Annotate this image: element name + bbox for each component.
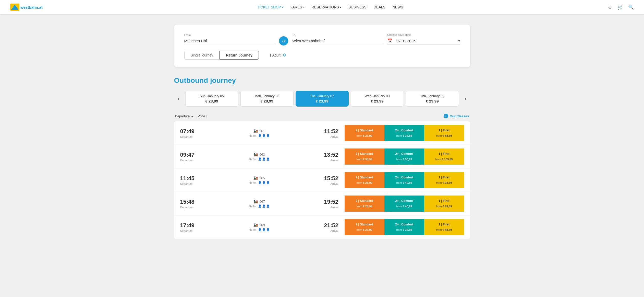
class-label: 2 | Standard	[348, 199, 381, 203]
arrival-time-0: 11:52	[303, 128, 338, 135]
departure-time-3: 15:48	[180, 199, 216, 205]
arrival-label-3: Arrival	[303, 206, 338, 209]
table-row: 15:48 Departure 🚂 967 4h 4m 👤 👤 👤	[174, 192, 470, 215]
class-label: 2 | Standard	[348, 176, 381, 179]
arrival-label-1: Arrival	[303, 159, 338, 162]
first-price-button-3[interactable]: 1 | First from € 93,89	[424, 196, 464, 212]
comfort-price-button-2[interactable]: 2+ | Comfort from € 40,89	[384, 172, 424, 188]
sort-options: Departure ▲ Price ℹ	[175, 114, 208, 118]
nav-deals[interactable]: DEALS	[374, 5, 385, 9]
to-label: To	[292, 33, 383, 37]
train-icon: 🚂	[253, 152, 258, 156]
passenger-icons: 👤 👤 👤	[258, 134, 270, 137]
arrival-time-2: 15:52	[303, 175, 338, 182]
class-label: 2 | Standard	[348, 152, 381, 156]
departure-label-3: Departure	[180, 206, 216, 209]
train-icon: 🚂	[253, 199, 258, 203]
date-card-3[interactable]: Wed, January 08 € 23,99	[351, 91, 404, 107]
day-label-4: Thu, January 09	[410, 94, 455, 98]
sort-row: Departure ▲ Price ℹ i Our Classes	[174, 114, 470, 118]
person-icon: 👤	[266, 204, 270, 208]
account-icon[interactable]: ☺	[608, 5, 612, 10]
table-row: 07:49 Departure 🚂 961 4h 3m 👤 👤 👤	[174, 121, 470, 145]
departure-time-0: 07:49	[180, 128, 216, 135]
first-price-button-4[interactable]: 1 | First from € 88,89	[424, 219, 464, 235]
date-card-1[interactable]: Mon, January 06 € 28,99	[240, 91, 294, 107]
price-label-0: € 23,99	[190, 99, 234, 103]
date-card-4[interactable]: Thu, January 09 € 23,99	[406, 91, 459, 107]
day-label-2: Tue, January 07	[300, 94, 344, 98]
comfort-price-button-1[interactable]: 2+ | Comfort from € 50,89	[384, 148, 424, 165]
header: westbahn.at TICKET SHOP ▾ FARES ▾ RESERV…	[0, 0, 644, 14]
price-label-1: € 28,99	[245, 99, 289, 103]
nav-news[interactable]: NEWS	[393, 5, 403, 9]
departure-time-4: 17:49	[180, 222, 216, 229]
passengers-button[interactable]: 1 Adult ⚙	[265, 51, 291, 60]
day-label-1: Mon, January 06	[245, 94, 289, 98]
nav-business[interactable]: BUSINESS	[348, 5, 367, 9]
standard-price-button-1[interactable]: 2 | Standard from € 38,99	[345, 148, 384, 165]
price-label-4: € 23,99	[410, 99, 455, 103]
table-row: 17:49 Departure 🚂 969 4h 3m 👤 👤 👤	[174, 215, 470, 239]
train-info-1: 🚂 963 4h 5m 👤 👤 👤	[216, 152, 303, 161]
table-row: 09:47 Departure 🚂 963 4h 5m 👤 👤 👤	[174, 145, 470, 168]
logo[interactable]: westbahn.at	[10, 4, 43, 11]
date-card-0[interactable]: Sun, January 05 € 23,99	[185, 91, 238, 107]
train-info-2: 🚂 965 4h 7m 👤 👤 👤	[216, 176, 303, 184]
next-date-button[interactable]: ›	[461, 94, 470, 103]
chevron-down-icon: ▾	[303, 6, 305, 9]
nav-reservations[interactable]: RESERVATIONS ▾	[312, 5, 341, 9]
class-label: 1 | First	[427, 223, 461, 226]
chevron-down-icon: ▾	[282, 6, 283, 9]
search-icon[interactable]: 🔍	[628, 4, 634, 10]
first-price-button-2[interactable]: 1 | First from € 93,89	[424, 172, 464, 188]
comfort-price-button-0[interactable]: 2+ | Comfort from € 35,89	[384, 125, 424, 141]
date-card-2[interactable]: Tue, January 07 € 23,99	[296, 91, 349, 107]
duration-2: 4h 7m	[249, 181, 257, 184]
nav-ticket-shop[interactable]: TICKET SHOP ▾	[257, 5, 283, 9]
class-label: 1 | First	[427, 176, 461, 179]
duration-3: 4h 4m	[249, 205, 257, 208]
single-journey-button[interactable]: Single journey	[184, 51, 220, 60]
first-price-button-1[interactable]: 1 | First from € 103,89	[424, 148, 464, 165]
prev-date-button[interactable]: ‹	[174, 94, 183, 103]
departure-label-2: Departure	[180, 182, 216, 185]
standard-price-button-3[interactable]: 2 | Standard from € 28,99	[345, 196, 384, 212]
train-icon: 🚂	[253, 129, 258, 133]
class-label: 2+ | Comfort	[387, 129, 421, 132]
duration-1: 4h 5m	[249, 158, 257, 161]
standard-price-button-4[interactable]: 2 | Standard from € 23,99	[345, 219, 384, 235]
departure-label-0: Departure	[180, 135, 216, 138]
first-price-button-0[interactable]: 1 | First from € 88,89	[424, 125, 464, 141]
comfort-price-button-3[interactable]: 2+ | Comfort from € 40,89	[384, 196, 424, 212]
arrival-time-1: 13:52	[303, 152, 338, 158]
sort-departure-button[interactable]: Departure ▲	[175, 114, 194, 118]
from-input[interactable]	[184, 38, 275, 44]
to-input[interactable]	[292, 38, 383, 44]
nav-fares[interactable]: FARES ▾	[290, 5, 305, 9]
chevron-down-icon[interactable]: ▾	[458, 39, 460, 43]
from-label: From	[184, 33, 275, 37]
departure-time-2: 11:45	[180, 175, 216, 182]
return-journey-button[interactable]: Return Journey	[220, 51, 259, 60]
person-icon: 👤	[258, 157, 262, 161]
swap-button[interactable]: ⇄	[279, 36, 288, 45]
our-classes-button[interactable]: i Our Classes	[444, 114, 469, 118]
cart-icon[interactable]: 🛒	[617, 4, 623, 10]
class-label: 1 | First	[427, 152, 461, 156]
person-icon: 👤	[262, 204, 266, 208]
search-row: From ⇄ To Choose travel date 📅 07.01.202…	[184, 32, 460, 45]
standard-price-button-2[interactable]: 2 | Standard from € 28,99	[345, 172, 384, 188]
info-icon: ℹ	[206, 114, 208, 118]
journey-type-selector: Single journey Return Journey	[184, 51, 259, 60]
arrival-time-3: 19:52	[303, 199, 338, 205]
trains-list: 07:49 Departure 🚂 961 4h 3m 👤 👤 👤	[174, 121, 470, 239]
passenger-icons: 👤 👤 👤	[258, 204, 270, 208]
train-info-3: 🚂 967 4h 4m 👤 👤 👤	[216, 199, 303, 208]
sort-price-button[interactable]: Price ℹ	[198, 114, 208, 118]
price-from: from € 28,99	[357, 205, 372, 208]
standard-price-button-0[interactable]: 2 | Standard from € 23,99	[345, 125, 384, 141]
train-info-4: 🚂 969 4h 3m 👤 👤 👤	[216, 223, 303, 231]
departure-block-0: 07:49 Departure	[180, 128, 216, 138]
comfort-price-button-4[interactable]: 2+ | Comfort from € 35,89	[384, 219, 424, 235]
